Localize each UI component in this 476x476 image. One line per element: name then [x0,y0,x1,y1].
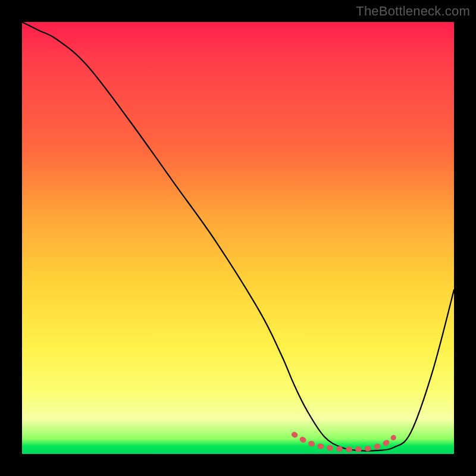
bottleneck-curve [22,22,454,451]
chart-stage: TheBottleneck.com [0,0,476,476]
plot-area [22,22,454,454]
curve-layer [22,22,454,454]
optimal-band-marker [294,434,393,449]
attribution-label: TheBottleneck.com [356,4,470,19]
